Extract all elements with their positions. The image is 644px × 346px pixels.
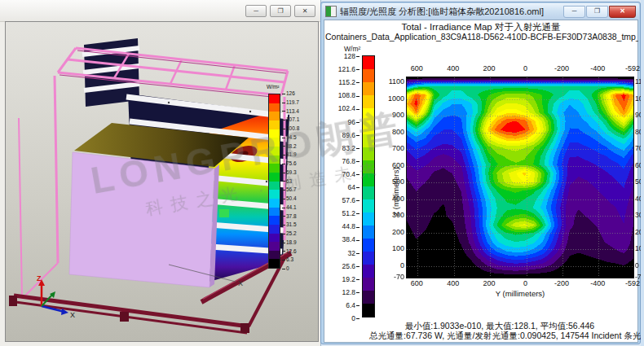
colorbar-tick-label: 76.8 — [324, 157, 359, 165]
colorbar-tick-label: 96 — [324, 118, 359, 126]
colorbar-tick-label: 44.1 — [282, 204, 297, 210]
axis-tick-label: 800 — [372, 128, 404, 136]
axis-tick-label: 1000 — [372, 94, 404, 103]
colorbar-tick-label: 63 — [282, 178, 292, 184]
colorbar-tick-label: 25.2 — [282, 230, 297, 236]
minimize-icon: ─ — [572, 7, 577, 15]
colorbar-segment — [269, 225, 280, 234]
colorbar-segment — [269, 259, 280, 268]
close-button[interactable]: ✕ — [294, 5, 315, 17]
minimize-icon: ─ — [254, 7, 258, 15]
window-title: 辐照度/光照度 分析图:[临时箱体杂散20210816.oml] — [340, 6, 563, 18]
colorbar-segment — [363, 56, 374, 69]
colorbar-segment — [269, 182, 280, 191]
colorbar-segment — [269, 129, 280, 138]
x-axis-label: Y (millimeters) — [406, 289, 634, 298]
colorbar-tick-label: 57.6 — [324, 196, 359, 204]
model-view-window: ─ ❐ ✕ — [0, 0, 321, 346]
colorbar-tick-label: 32 — [324, 249, 359, 257]
colorbar-tick-label: 83.2 — [324, 144, 359, 152]
colorbar-tick-label: 126 — [282, 90, 295, 96]
colorbar-tick-label: 121.6 — [324, 65, 359, 73]
colorbar-tick-label: 69.3 — [282, 169, 297, 175]
colorbar-segment — [269, 155, 280, 164]
colorbar-tick-label: 89.6 — [324, 131, 359, 139]
irradiance-heatmap[interactable] — [406, 77, 634, 278]
axis-tick-label: -400 — [584, 64, 611, 72]
colorbar-tick-label: 37.8 — [282, 213, 297, 219]
axis-tick-label: 0 — [512, 64, 540, 72]
application-window: ─ ❐ ✕ — [0, 0, 644, 346]
colorbar-tick-label: 115.2 — [324, 78, 359, 86]
axis-tick-label: 600 — [372, 161, 404, 169]
axis-tick-label: 500 — [372, 177, 404, 186]
maximize-button[interactable]: ❐ — [586, 6, 608, 18]
axis-tick-label: -400 — [584, 279, 611, 287]
colorbar-segment — [269, 208, 280, 217]
colorbar-segment — [269, 234, 280, 243]
maximize-icon: ❐ — [277, 7, 283, 15]
colorbar-tick-label: 81.9 — [282, 151, 297, 157]
window-icon — [325, 6, 337, 17]
axis-tick-label: 400 — [372, 195, 404, 203]
axis-tick-label: 700 — [372, 144, 404, 152]
colorbar-tick-label: 19.2 — [324, 275, 359, 283]
colorbar-segment — [269, 138, 280, 147]
axis-tick-label: 200 — [475, 279, 503, 287]
minimize-button[interactable]: ─ — [245, 5, 267, 17]
colorbar-tick-label: 25.6 — [324, 262, 359, 270]
stats-flux: 总光通量:67.736 W, 光通量/发射光通量:0.090425, 14754… — [369, 331, 630, 342]
close-button[interactable]: ✕ — [609, 6, 636, 18]
axis-tick-label: 600 — [403, 64, 430, 72]
colorbar-tick-label: 18.9 — [282, 239, 297, 245]
colorbar-segment — [269, 103, 280, 112]
colorbar-tick-label: 107.1 — [282, 116, 299, 122]
axis-tick-label: 400 — [439, 279, 467, 287]
colorbar-segment — [269, 147, 280, 155]
maximize-icon: ❐ — [594, 7, 600, 15]
colorbar-tick-label: 119.7 — [282, 99, 299, 105]
model-viewport[interactable]: Z X X W/m² 126119.7113.4107.1100.894.588… — [5, 21, 319, 342]
colorbar-tick-label: 108.8 — [324, 91, 359, 99]
maximize-button[interactable]: ❐ — [270, 5, 291, 17]
colorbar-tick-label: 70.4 — [324, 170, 359, 178]
axis-tick-label: 0 — [512, 279, 540, 287]
colorbar-tick-label: 88.2 — [282, 143, 297, 149]
axis-x-label: X — [70, 311, 75, 319]
colorbar-tick-label: 94.5 — [282, 134, 297, 140]
window-controls: ─ ❐ ✕ — [563, 6, 636, 18]
colorbar-segment — [269, 199, 280, 208]
axis-tick-label: 600 — [403, 279, 430, 287]
colorbar-segment — [363, 291, 374, 304]
chart-subtitle: Containers_Data_Application_83C9A118-D56… — [325, 32, 638, 42]
axis-tick-label: 100 — [372, 244, 404, 252]
close-icon: ✕ — [620, 7, 625, 15]
model-window-titlebar[interactable]: ─ ❐ ✕ — [0, 0, 320, 22]
irradiance-map-window: 辐照度/光照度 分析图:[临时箱体杂散20210816.oml] ─ ❐ ✕ T… — [320, 2, 641, 344]
colorbar-tick-label: 6.3 — [282, 256, 293, 262]
axis-tick-label: -200 — [548, 279, 576, 287]
irradiance-chart-area: Total - Irradiance Map 对于入射光通量 Container… — [324, 20, 638, 343]
axis-tick-label: 0 — [372, 261, 404, 269]
colorbar-segment — [269, 251, 280, 260]
axis-triad: Z X — [37, 274, 75, 319]
axis-tick-label: 400 — [439, 64, 467, 72]
colorbar-tick-label: 100.8 — [282, 125, 299, 131]
axis-tick-label: 1100 — [372, 77, 404, 85]
axis-tick-label: -200 — [548, 64, 576, 72]
axis-tick-label: 200 — [475, 64, 503, 72]
svg-text:X: X — [238, 279, 243, 287]
colorbar-segment — [269, 242, 280, 251]
axis-tick-label: -70 — [372, 273, 404, 281]
colorbar-tick-label: 12.6 — [282, 248, 297, 254]
colorbar-segment — [269, 190, 280, 199]
colorbar-tick-label: 0 — [324, 314, 359, 322]
model-window-buttons: ─ ❐ ✕ — [245, 5, 315, 17]
colorbar-tick-label: 50.4 — [282, 195, 297, 201]
colorbar-tick-label: 75.6 — [282, 160, 297, 166]
colorbar-tick-label: 6.4 — [324, 301, 359, 309]
irradiance-window-titlebar[interactable]: 辐照度/光照度 分析图:[临时箱体杂散20210816.oml] ─ ❐ ✕ — [322, 3, 639, 20]
axis-z-label: Z — [37, 274, 42, 282]
colorbar-segment — [269, 164, 280, 173]
minimize-button[interactable]: ─ — [563, 6, 585, 18]
